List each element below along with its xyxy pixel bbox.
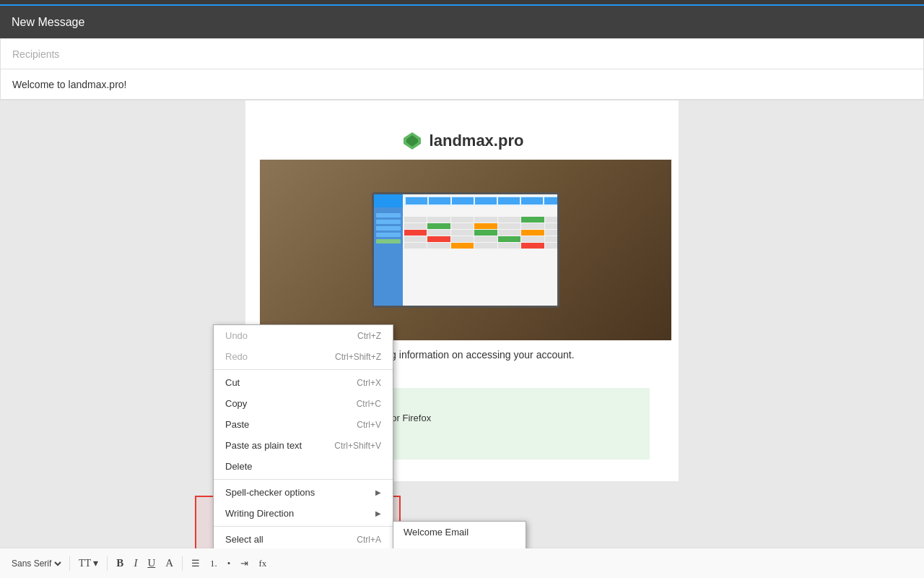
subject-row[interactable]: Welcome to landmax.pro! bbox=[1, 69, 923, 100]
ctx-cut-label: Cut bbox=[225, 377, 240, 388]
ctx-separator-1 bbox=[214, 369, 393, 370]
template-submenu: Welcome Email Updates template Internati… bbox=[393, 521, 526, 548]
compose-area: Recipients Welcome to landmax.pro! bbox=[0, 38, 924, 100]
ctx-delete-label: Delete bbox=[225, 461, 253, 472]
email-body: landmax.pro bbox=[0, 100, 924, 548]
compose-window-title: New Message bbox=[12, 16, 84, 29]
font-size-button[interactable]: TT ▾ bbox=[76, 556, 101, 571]
font-color-button[interactable]: A bbox=[162, 556, 176, 571]
screen-sidebar bbox=[374, 194, 403, 306]
underline-button[interactable]: U bbox=[144, 556, 158, 571]
font-selector[interactable]: Sans Serif bbox=[9, 558, 64, 569]
ctx-spell-checker-arrow: ▶ bbox=[375, 488, 381, 496]
context-menu: Undo Ctrl+Z Redo Ctrl+Shift+Z Cut Ctrl+X… bbox=[213, 324, 393, 548]
logo-text: landmax.pro bbox=[430, 131, 524, 150]
submenu-updates-template[interactable]: Updates template bbox=[393, 543, 526, 548]
ctx-paste-label: Paste bbox=[225, 419, 249, 430]
ctx-writing-direction-label: Writing Direction bbox=[225, 508, 294, 519]
indent-button[interactable]: ⇥ bbox=[237, 556, 251, 571]
ctx-copy[interactable]: Copy Ctrl+C bbox=[214, 393, 393, 414]
bold-button[interactable]: B bbox=[113, 556, 126, 571]
ctx-separator-2 bbox=[214, 479, 393, 480]
formula-button[interactable]: fx bbox=[256, 556, 269, 571]
ordered-list-button[interactable]: 1. bbox=[207, 556, 220, 571]
ctx-paste[interactable]: Paste Ctrl+V bbox=[214, 414, 393, 435]
ctx-redo-shortcut: Ctrl+Shift+Z bbox=[335, 352, 381, 362]
ctx-cut[interactable]: Cut Ctrl+X bbox=[214, 372, 393, 393]
ctx-spell-checker[interactable]: Spell-checker options ▶ bbox=[214, 482, 393, 503]
toolbar-divider-3 bbox=[182, 556, 183, 571]
screen-calendar bbox=[404, 217, 559, 249]
ctx-redo-label: Redo bbox=[225, 351, 248, 362]
ctx-copy-label: Copy bbox=[225, 398, 247, 409]
submenu-welcome-email[interactable]: Welcome Email bbox=[393, 522, 526, 543]
unordered-list-button[interactable]: • bbox=[225, 556, 234, 571]
ctx-undo[interactable]: Undo Ctrl+Z bbox=[214, 325, 393, 346]
ctx-delete[interactable]: Delete bbox=[214, 456, 393, 477]
screen-main bbox=[403, 194, 559, 306]
align-button[interactable]: ☰ bbox=[188, 556, 203, 571]
email-logo-area: landmax.pro bbox=[260, 115, 664, 160]
ctx-paste-plain-shortcut: Ctrl+Shift+V bbox=[334, 441, 381, 451]
ctx-select-all-label: Select all bbox=[225, 534, 263, 545]
top-bar: New Message bbox=[0, 6, 924, 38]
bottom-toolbar: Sans Serif TT ▾ B I U A ☰ 1. • ⇥ fx bbox=[0, 548, 924, 578]
browser-tab-bar bbox=[0, 0, 924, 6]
ctx-redo[interactable]: Redo Ctrl+Shift+Z bbox=[214, 346, 393, 367]
laptop-screen bbox=[372, 192, 559, 308]
ctx-undo-label: Undo bbox=[225, 330, 248, 341]
ctx-select-all[interactable]: Select all Ctrl+A bbox=[214, 529, 393, 548]
landmax-logo-icon bbox=[401, 129, 424, 152]
email-laptop-image bbox=[260, 160, 671, 340]
subject-text: Welcome to landmax.pro! bbox=[12, 79, 126, 90]
recipients-label: Recipients bbox=[12, 48, 59, 60]
italic-button[interactable]: I bbox=[131, 556, 140, 571]
ctx-writing-direction[interactable]: Writing Direction ▶ bbox=[214, 503, 393, 524]
toolbar-divider-1 bbox=[69, 556, 70, 571]
ctx-separator-3 bbox=[214, 526, 393, 527]
laptop-screen-content bbox=[374, 194, 557, 306]
ctx-undo-shortcut: Ctrl+Z bbox=[357, 331, 381, 341]
ctx-paste-plain-label: Paste as plain text bbox=[225, 440, 302, 451]
ctx-writing-direction-arrow: ▶ bbox=[375, 509, 381, 517]
ctx-paste-shortcut: Ctrl+V bbox=[357, 420, 381, 430]
toolbar-divider-2 bbox=[107, 556, 108, 571]
ctx-cut-shortcut: Ctrl+X bbox=[357, 378, 381, 388]
ctx-spell-checker-label: Spell-checker options bbox=[225, 487, 315, 498]
ctx-copy-shortcut: Ctrl+C bbox=[357, 399, 381, 409]
recipients-row[interactable]: Recipients bbox=[1, 39, 923, 69]
ctx-select-all-shortcut: Ctrl+A bbox=[357, 535, 381, 545]
ctx-paste-plain[interactable]: Paste as plain text Ctrl+Shift+V bbox=[214, 435, 393, 456]
